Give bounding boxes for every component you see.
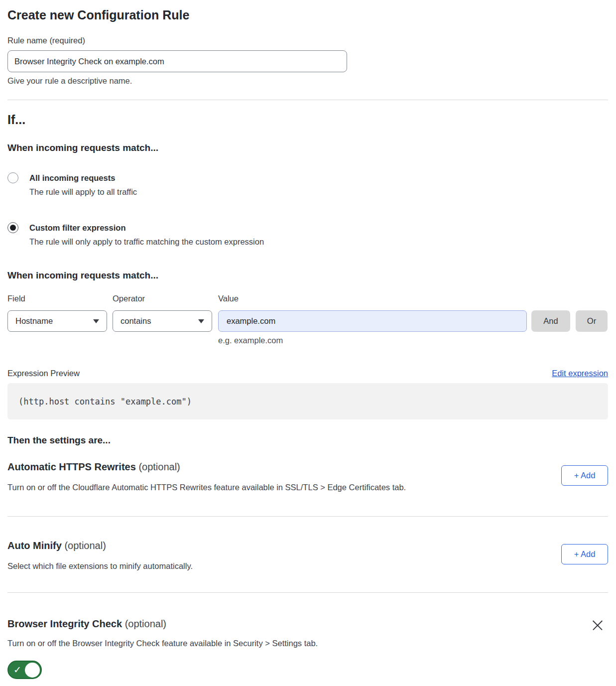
page-title: Create new Configuration Rule <box>7 8 608 22</box>
field-select-value: Hostname <box>15 316 53 326</box>
and-button[interactable]: And <box>531 310 570 332</box>
setting-divider <box>7 592 608 593</box>
setting-optional-tag: (optional) <box>138 461 180 472</box>
setting-divider <box>7 516 608 517</box>
close-icon[interactable] <box>591 619 604 632</box>
check-icon: ✓ <box>13 665 21 675</box>
setting-row-browser-integrity-check: Browser Integrity Check (optional) Turn … <box>7 618 608 681</box>
rule-name-input[interactable] <box>7 50 347 72</box>
chevron-down-icon <box>93 319 99 323</box>
value-input[interactable] <box>218 310 527 332</box>
browser-integrity-check-toggle[interactable]: ✓ <box>7 661 42 679</box>
radio-all-incoming-label: All incoming requests <box>29 172 137 183</box>
operator-label: Operator <box>113 294 218 303</box>
operator-select-value: contains <box>121 316 151 326</box>
setting-title-automatic-https-rewrites: Automatic HTTPS Rewrites <box>7 461 136 472</box>
add-auto-minify-button[interactable]: + Add <box>561 544 608 564</box>
setting-row-automatic-https-rewrites: Automatic HTTPS Rewrites (optional) Turn… <box>7 461 608 493</box>
setting-row-auto-minify: Auto Minify (optional) Select which file… <box>7 540 608 571</box>
matcher-heading: When incoming requests match... <box>7 270 608 281</box>
add-automatic-https-rewrites-button[interactable]: + Add <box>561 465 608 486</box>
when-match-heading: When incoming requests match... <box>7 142 608 153</box>
radio-option-all-incoming[interactable]: All incoming requests The rule will appl… <box>7 172 608 197</box>
radio-custom-filter-description: The rule will only apply to traffic matc… <box>29 236 264 247</box>
setting-description: Turn on or off the Browser Integrity Che… <box>7 638 591 649</box>
expression-code: (http.host contains "example.com") <box>18 397 192 407</box>
section-divider <box>7 100 608 100</box>
radio-option-custom-filter[interactable]: Custom filter expression The rule will o… <box>7 222 608 247</box>
rule-name-label: Rule name (required) <box>7 36 608 45</box>
setting-description: Turn on or off the Cloudflare Automatic … <box>7 482 561 493</box>
rule-name-help: Give your rule a descriptive name. <box>7 76 608 86</box>
radio-custom-filter-label: Custom filter expression <box>29 222 264 233</box>
toggle-knob <box>25 663 40 678</box>
setting-optional-tag: (optional) <box>64 540 106 551</box>
field-select[interactable]: Hostname <box>7 310 107 332</box>
setting-optional-tag: (optional) <box>125 618 166 629</box>
value-label: Value <box>218 294 239 303</box>
operator-select[interactable]: contains <box>113 310 212 332</box>
field-label: Field <box>7 294 113 303</box>
radio-all-incoming-description: The rule will apply to all traffic <box>29 186 137 197</box>
chevron-down-icon <box>198 319 204 323</box>
expression-preview-box: (http.host contains "example.com") <box>7 383 608 419</box>
setting-title-auto-minify: Auto Minify <box>7 540 62 551</box>
edit-expression-link[interactable]: Edit expression <box>552 369 608 378</box>
radio-custom-filter[interactable] <box>7 222 18 233</box>
expression-preview-label: Expression Preview <box>7 369 80 378</box>
or-button[interactable]: Or <box>576 310 608 332</box>
then-heading: Then the settings are... <box>7 434 608 446</box>
setting-title-browser-integrity-check: Browser Integrity Check <box>7 618 122 629</box>
value-hint: e.g. example.com <box>218 336 608 345</box>
setting-description: Select which file extensions to minify a… <box>7 560 561 571</box>
radio-all-incoming[interactable] <box>7 172 18 183</box>
if-heading: If... <box>7 113 608 127</box>
